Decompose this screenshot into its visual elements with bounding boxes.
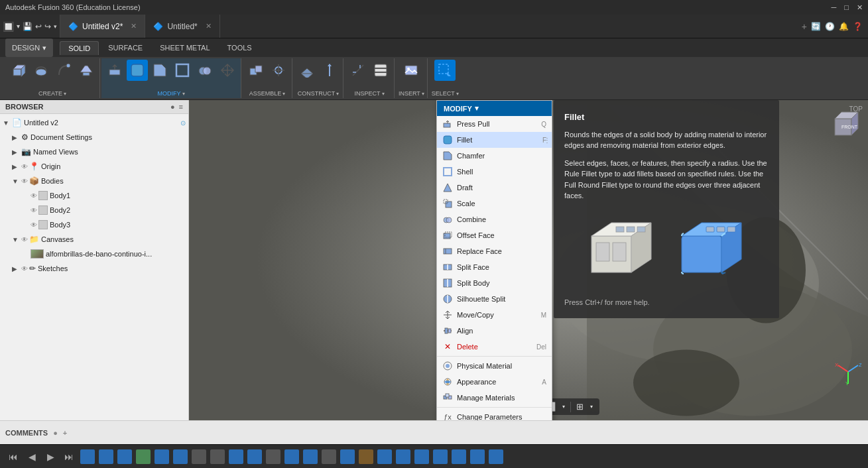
joint-btn[interactable] (268, 60, 289, 81)
plane-btn[interactable] (296, 60, 318, 81)
comments-expand-btn[interactable]: ● (53, 429, 58, 437)
timeline-item-7[interactable] (192, 449, 206, 464)
close-btn[interactable]: ✕ (857, 3, 863, 12)
save-btn[interactable]: 💾 (23, 22, 32, 31)
refresh-btn[interactable]: 🔄 (811, 22, 821, 31)
timeline-item-17[interactable] (377, 449, 392, 464)
menu-move-copy[interactable]: Move/Copy M (437, 307, 552, 323)
tree-item-doc-settings[interactable]: ▶ ⚙ Document Settings (0, 130, 188, 145)
fillet-btn[interactable] (127, 60, 148, 81)
comments-add-btn[interactable]: + (63, 429, 67, 437)
menu-change-parameters[interactable]: ƒx Change Parameters (437, 409, 552, 420)
viewport[interactable]: TOP FRONT Z X Y (189, 100, 868, 420)
fillet-more-icon[interactable]: ⋮ (544, 137, 550, 144)
tab-sheet-metal[interactable]: SHEET METAL (152, 41, 217, 54)
eye-icon-sketches[interactable]: 👁 (21, 265, 28, 272)
undo-arrow[interactable]: ▾ (54, 23, 57, 30)
menu-silhouette-split[interactable]: Silhouette Split (437, 291, 552, 307)
tree-item-named-views[interactable]: ▶ 📷 Named Views (0, 145, 188, 159)
component-btn[interactable] (245, 60, 267, 81)
select-btn[interactable] (434, 60, 456, 81)
design-dropdown[interactable]: DESIGN ▾ (5, 38, 53, 57)
timeline-item-1[interactable] (80, 449, 95, 464)
chamfer-btn[interactable] (149, 60, 170, 81)
shell-btn[interactable] (172, 60, 193, 81)
tree-item-body1[interactable]: 👁 Body1 (0, 188, 188, 203)
timeline-item-14[interactable] (322, 449, 336, 464)
tree-item-origin[interactable]: ▶ 👁 📍 Origin (0, 159, 188, 174)
timeline-item-10[interactable] (247, 449, 262, 464)
timeline-item-18[interactable] (396, 449, 410, 464)
grid-dropdown-btn[interactable]: ▾ (588, 402, 595, 411)
timeline-item-21[interactable] (452, 449, 466, 464)
help-btn[interactable]: ❓ (853, 22, 863, 31)
timeline-item-15[interactable] (340, 449, 355, 464)
tree-item-body2[interactable]: 👁 Body2 (0, 203, 188, 217)
menu-shell[interactable]: Shell (437, 164, 552, 180)
timeline-back[interactable]: ◀ (24, 449, 40, 465)
menu-scale[interactable]: Scale (437, 196, 552, 211)
select-label[interactable]: SELECT ▾ (432, 90, 459, 97)
tree-item-bodies[interactable]: ▼ 👁 📦 Bodies (0, 174, 188, 188)
timeline-item-8[interactable] (210, 449, 225, 464)
modify-dropdown-header[interactable]: MODIFY ▾ (437, 101, 552, 116)
display-dropdown-btn[interactable]: ▾ (560, 402, 568, 411)
timeline-item-4[interactable] (136, 449, 151, 464)
timeline-item-13[interactable] (303, 449, 318, 464)
grid-btn[interactable]: ⊞ (574, 400, 586, 413)
combine-btn[interactable] (194, 60, 216, 81)
menu-manage-materials[interactable]: Manage Materials (437, 390, 552, 406)
tree-item-sketches[interactable]: ▶ 👁 ✏ Sketches (0, 261, 188, 276)
timeline-item-22[interactable] (470, 449, 485, 464)
tab-untitled-v2[interactable]: 🔷 Untitled v2* ✕ (60, 15, 145, 38)
extrude-btn[interactable] (8, 60, 29, 81)
menu-combine[interactable]: Combine (437, 211, 552, 227)
menu-draft[interactable]: Draft (437, 180, 552, 196)
press-pull-btn[interactable] (104, 60, 125, 81)
zebra-btn[interactable] (370, 60, 391, 81)
menu-fillet[interactable]: Fillet F ⋮ (437, 132, 552, 148)
menu-press-pull[interactable]: Press Pull Q (437, 116, 552, 132)
insert-label[interactable]: INSERT ▾ (399, 90, 424, 97)
eye-icon-body2[interactable]: 👁 (31, 207, 37, 214)
sweep-btn[interactable] (53, 60, 74, 81)
tab-untitled[interactable]: 🔷 Untitled* ✕ (145, 15, 219, 38)
tab-close-1[interactable]: ✕ (131, 22, 137, 30)
new-btn[interactable]: ▾ (17, 23, 20, 30)
maximize-btn[interactable]: □ (844, 3, 849, 12)
add-tab-btn[interactable]: + (802, 21, 807, 32)
menu-appearance[interactable]: Appearance A (437, 374, 552, 390)
tree-item-alfombrillas[interactable]: alfombrillas-de-bano-continuo-i... (0, 247, 188, 261)
menu-split-face[interactable]: Split Face (437, 259, 552, 275)
timeline-item-23[interactable] (489, 449, 503, 464)
measure-btn[interactable] (347, 60, 369, 81)
menu-chamfer[interactable]: Chamfer (437, 148, 552, 164)
redo-btn[interactable]: ↪ (44, 22, 51, 31)
timeline-item-16[interactable] (359, 449, 373, 464)
timeline-item-6[interactable] (173, 449, 188, 464)
tree-item-canvases[interactable]: ▼ 👁 📁 Canvases (0, 232, 188, 247)
menu-replace-face[interactable]: Replace Face (437, 243, 552, 259)
timeline-item-2[interactable] (99, 449, 113, 464)
eye-icon-origin[interactable]: 👁 (21, 163, 28, 170)
construct-label[interactable]: CONSTRUCT ▾ (298, 90, 340, 97)
timeline-fwd-all[interactable]: ⏭ (61, 449, 77, 465)
history-btn[interactable]: 🕐 (825, 22, 835, 31)
browser-menu-btn[interactable]: ≡ (179, 103, 183, 111)
undo-btn[interactable]: ↩ (35, 22, 42, 31)
timeline-item-3[interactable] (117, 449, 132, 464)
timeline-item-9[interactable] (229, 449, 243, 464)
loft-btn[interactable] (76, 60, 97, 81)
inspect-label[interactable]: INSPECT ▾ (354, 90, 384, 97)
eye-icon-body1[interactable]: 👁 (31, 192, 37, 200)
insert-image-btn[interactable] (401, 60, 422, 81)
tab-surface[interactable]: SURFACE (100, 41, 151, 54)
eye-icon-bodies[interactable]: 👁 (21, 178, 28, 185)
timeline-item-11[interactable] (266, 449, 280, 464)
eye-icon-canvases[interactable]: 👁 (21, 236, 28, 243)
modify-label[interactable]: MODIFY ▾ (158, 90, 185, 97)
revolve-btn[interactable] (31, 60, 52, 81)
menu-delete[interactable]: ✕ Delete Del (437, 339, 552, 355)
minimize-btn[interactable]: ─ (832, 3, 837, 12)
notify-btn[interactable]: 🔔 (839, 22, 849, 31)
